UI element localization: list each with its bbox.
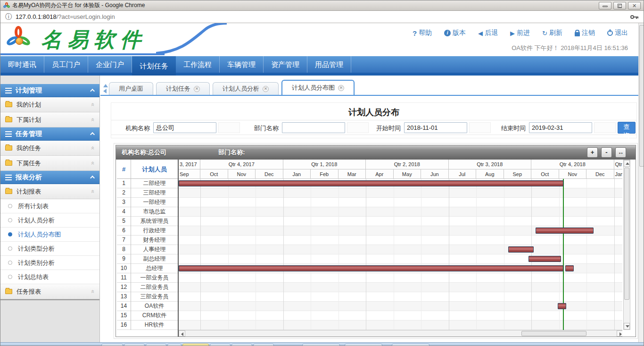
gantt-bar[interactable]: [528, 256, 561, 262]
sidebar-folder-5[interactable]: 我的任务«: [0, 141, 99, 156]
person-name: 一部业务员: [131, 273, 178, 283]
gantt-bar[interactable]: [536, 228, 594, 234]
tab-4[interactable]: 计划人员分布图✕: [281, 80, 355, 95]
dept-input[interactable]: [282, 122, 345, 133]
end-date-input[interactable]: [529, 122, 592, 133]
app-logo-icon: [3, 2, 10, 9]
nav-item-1[interactable]: 即时通讯: [0, 56, 44, 73]
sidebar-folder-15[interactable]: 任务报表«: [0, 284, 99, 299]
taskbar-button[interactable]: [253, 344, 274, 346]
tab-close-icon[interactable]: ✕: [338, 85, 344, 91]
taskbar-button[interactable]: [392, 344, 429, 346]
gantt-vscrollbar[interactable]: [623, 160, 630, 330]
start-label: 开始时间: [376, 124, 401, 133]
tab-close-icon[interactable]: ✕: [263, 86, 269, 92]
url-text[interactable]: 127.0.0.1:8018/?act=userLogin.login: [16, 13, 630, 20]
nav-item-6[interactable]: 车辆管理: [220, 56, 264, 73]
start-date-input[interactable]: [404, 122, 467, 133]
tab-2[interactable]: 计划任务✕: [156, 82, 210, 95]
tab-1[interactable]: 用户桌面: [109, 82, 153, 95]
taskbar-button[interactable]: [302, 344, 340, 346]
window-title: 名易MyOA协同办公平台 for 体验版 - Google Chrome: [12, 1, 599, 9]
gantt-bar[interactable]: [558, 303, 566, 309]
url-path: /?act=userLogin.login: [57, 13, 115, 20]
taskbar-button[interactable]: [345, 344, 382, 346]
radio-icon: [8, 204, 12, 208]
sidebar-report-item-9[interactable]: 所有计划表: [0, 199, 99, 213]
gantt-bar[interactable]: [508, 246, 534, 253]
org-input[interactable]: [153, 122, 216, 133]
sidebar-report-item-10[interactable]: 计划人员分析: [0, 213, 99, 228]
tab-scroll-up-icon[interactable]: [103, 84, 108, 87]
gantt-row: [179, 311, 622, 321]
back-link[interactable]: ◀后退: [478, 29, 498, 37]
tab-3[interactable]: 计划人员分析✕: [213, 82, 279, 95]
version-link[interactable]: i版本: [444, 29, 466, 37]
taskbar-button[interactable]: [101, 344, 123, 346]
month-header-row: SepOctNovDecJanFebMarAprMayJunJulAugSepO…: [179, 169, 622, 179]
help-link[interactable]: ?帮助: [413, 29, 432, 37]
person-row: 16HR软件: [117, 321, 178, 330]
sidebar-report-item-13[interactable]: 计划类别分析: [0, 256, 99, 270]
sidebar-folder-2[interactable]: 我的计划«: [0, 97, 99, 112]
tab-scroll-left-icon[interactable]: [103, 89, 107, 93]
page-info-icon[interactable]: ⓘ: [5, 13, 12, 21]
maximize-button[interactable]: [613, 2, 626, 9]
logout-icon: [575, 32, 580, 36]
logout-link[interactable]: 注销: [575, 29, 595, 37]
nav-item-2[interactable]: 员工门户: [44, 56, 88, 73]
nav-item-7[interactable]: 资产管理: [264, 56, 307, 73]
zoom-out-button[interactable]: -: [601, 147, 612, 158]
tab-close-icon[interactable]: ✕: [194, 86, 200, 92]
nav-item-3[interactable]: 企业门户: [88, 56, 132, 73]
exit-link[interactable]: 退出: [607, 29, 628, 37]
gantt-toolbar: + - ↔: [587, 147, 626, 158]
sidebar-report-item-11[interactable]: 计划人员分布图: [0, 228, 99, 242]
taskbar-button[interactable]: [124, 344, 145, 346]
zoom-in-button[interactable]: +: [587, 147, 598, 158]
sidebar-folder-6[interactable]: 下属任务«: [0, 156, 99, 171]
sidebar-report-item-12[interactable]: 计划类型分析: [0, 242, 99, 256]
back-icon: ◀: [478, 30, 483, 37]
taskbar-button[interactable]: [167, 344, 182, 346]
taskbar-button[interactable]: [210, 344, 231, 346]
row-index: 15: [117, 311, 131, 321]
vscroll-thumb[interactable]: [624, 168, 629, 300]
month-gridline: [339, 179, 339, 330]
nav-item-4[interactable]: 计划任务: [132, 56, 176, 76]
sidebar-folder-3[interactable]: 下属计划«: [0, 112, 99, 127]
sidebar-group-1[interactable]: 计划管理: [0, 84, 99, 97]
nav-item-5[interactable]: 工作流程: [176, 56, 220, 73]
gantt-bar[interactable]: [565, 265, 574, 271]
close-button[interactable]: ✕: [628, 2, 641, 9]
taskbar-button[interactable]: [231, 344, 252, 346]
gantt-hscrollbar[interactable]: [179, 330, 622, 337]
address-bar[interactable]: ⓘ 127.0.0.1:8018/?act=userLogin.login: [0, 11, 644, 23]
taskbar-button[interactable]: [146, 344, 166, 346]
scroll-left-button[interactable]: [179, 330, 185, 337]
refresh-link[interactable]: ↻刷新: [542, 29, 562, 37]
sidebar-folder-8[interactable]: 计划报表«: [0, 184, 99, 199]
scroll-right-button[interactable]: [617, 330, 622, 337]
scroll-down-button[interactable]: [624, 323, 630, 329]
nav-item-label: 用品管理: [315, 60, 343, 68]
scroll-up-button[interactable]: [624, 160, 630, 167]
gantt-bar[interactable]: [179, 180, 563, 186]
windows-taskbar[interactable]: [0, 342, 644, 346]
browser-scroll-thumb[interactable]: [639, 25, 644, 167]
minimize-button[interactable]: [599, 2, 611, 9]
gantt-bar[interactable]: [179, 265, 563, 271]
chevron-up-icon: [90, 132, 95, 137]
key-icon[interactable]: [630, 14, 639, 20]
fit-width-button[interactable]: ↔: [615, 147, 626, 158]
forward-link[interactable]: ▶前进: [510, 29, 530, 37]
sidebar-group-4[interactable]: 任务管理: [0, 127, 99, 141]
sidebar-group-7[interactable]: 报表分析: [0, 171, 99, 184]
taskbar-button[interactable]: [182, 344, 209, 346]
hscroll-thumb[interactable]: [521, 331, 586, 336]
sidebar-report-item-14[interactable]: 计划总结表: [0, 270, 99, 284]
help-label: 帮助: [419, 29, 432, 37]
search-button[interactable]: 查询: [618, 122, 636, 134]
browser-scrollbar[interactable]: [638, 23, 644, 342]
nav-item-8[interactable]: 用品管理: [307, 56, 351, 73]
